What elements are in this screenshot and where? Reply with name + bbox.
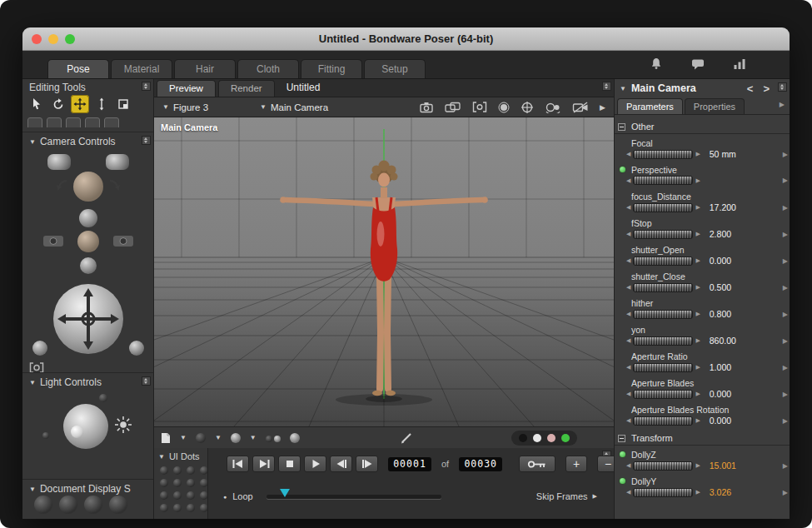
param-dial[interactable] [633, 336, 693, 346]
param-value[interactable]: 860.00 [710, 336, 736, 346]
twist-tool-button[interactable] [49, 95, 67, 113]
right-hand-camera-control[interactable] [106, 154, 129, 170]
dial-decrease-icon[interactable]: ◀ [626, 311, 630, 317]
right-camera-icon[interactable] [112, 234, 134, 248]
face-camera-icon[interactable] [419, 102, 434, 113]
dial-increase-icon[interactable]: ▶ [695, 231, 700, 237]
editing-tools-expand-icon[interactable] [142, 82, 151, 91]
dial-increase-icon[interactable]: ▶ [695, 417, 700, 424]
translate-tool-button[interactable] [71, 95, 89, 113]
param-menu-icon[interactable]: ▶ [783, 231, 788, 238]
ui-dot[interactable] [187, 491, 195, 500]
tab-setup[interactable]: Setup [364, 59, 426, 78]
aux-camera-control[interactable] [79, 209, 97, 227]
param-dial[interactable] [633, 176, 693, 185]
parameters-panel-header[interactable]: ▼Main Camera [620, 82, 696, 94]
display-style-sphere[interactable] [59, 496, 77, 514]
param-menu-icon[interactable]: ▶ [783, 364, 788, 371]
display-style-sphere[interactable] [84, 496, 102, 514]
total-frames-field[interactable]: 00030 [459, 457, 502, 471]
foreground-color-chip[interactable] [533, 434, 541, 442]
tool-icon[interactable] [27, 117, 42, 127]
param-value[interactable]: 1.000 [710, 362, 731, 372]
loop-bullet-icon[interactable]: ● [223, 494, 227, 500]
light-brightness-sun-icon[interactable] [114, 416, 132, 434]
ui-dot[interactable] [160, 466, 168, 475]
skip-frames-control[interactable]: Skip Frames▶ [536, 491, 597, 501]
minimize-window-icon[interactable] [48, 34, 58, 44]
background-color-chip[interactable] [519, 434, 527, 442]
dial-increase-icon[interactable]: ▶ [695, 284, 700, 291]
close-window-icon[interactable] [32, 34, 42, 44]
collapse-triangle-icon[interactable]: ▼ [29, 138, 36, 146]
tracking-mode-sphere[interactable] [196, 433, 206, 443]
dot-camera-icon[interactable] [498, 102, 510, 113]
rotate-left-arrow-icon[interactable] [56, 179, 69, 194]
shadow-toggle-sphere[interactable] [290, 433, 300, 443]
tab-preview[interactable]: Preview [157, 80, 216, 97]
next-frame-button[interactable] [356, 456, 378, 472]
param-dial[interactable] [633, 390, 693, 399]
go-to-end-button[interactable] [252, 456, 275, 472]
tool-icon[interactable] [104, 117, 119, 127]
stats-chart-icon[interactable] [733, 58, 746, 70]
collapse-box-icon[interactable] [618, 435, 625, 442]
param-dial[interactable] [633, 150, 693, 159]
param-value[interactable]: 0.500 [710, 282, 731, 292]
stop-button[interactable] [278, 456, 301, 472]
dropdown-icon[interactable]: ▼ [250, 434, 257, 441]
rotate-right-arrow-icon[interactable] [107, 179, 121, 194]
dial-decrease-icon[interactable]: ◀ [626, 462, 630, 469]
param-dial[interactable] [633, 310, 693, 319]
play-button[interactable] [304, 456, 326, 472]
param-value[interactable]: 15.001 [710, 461, 736, 471]
tab-fitting[interactable]: Fitting [301, 59, 362, 78]
sphere-pair[interactable] [266, 431, 281, 446]
previous-element-button[interactable]: < [747, 82, 754, 95]
more-cameras-icon[interactable]: ▶ [600, 103, 605, 112]
ui-dot[interactable] [200, 466, 208, 475]
collapse-triangle-icon[interactable]: ▼ [158, 453, 165, 461]
dial-increase-icon[interactable]: ▶ [695, 337, 700, 344]
light-dot-small[interactable] [42, 432, 49, 439]
collapse-triangle-icon[interactable]: ▼ [29, 379, 36, 386]
tab-cloth[interactable]: Cloth [237, 59, 299, 78]
document-expand-icon[interactable] [602, 82, 611, 91]
translate-y-tool-button[interactable] [92, 95, 111, 113]
dial-decrease-icon[interactable]: ◀ [626, 231, 630, 237]
dial-decrease-icon[interactable]: ◀ [626, 391, 630, 397]
collapse-triangle-icon[interactable]: ▼ [29, 486, 36, 493]
bracket-camera-icon[interactable] [472, 102, 487, 112]
dial-increase-icon[interactable]: ▶ [695, 257, 700, 264]
dial-decrease-icon[interactable]: ◀ [626, 489, 630, 496]
display-style-sphere[interactable] [109, 496, 127, 514]
dial-increase-icon[interactable]: ▶ [695, 151, 700, 157]
tool-icon[interactable] [47, 117, 62, 127]
param-value[interactable]: 0.000 [710, 416, 731, 426]
ui-dot[interactable] [187, 504, 195, 512]
ui-dot[interactable] [200, 479, 208, 487]
edit-pencil-icon[interactable] [400, 431, 413, 445]
go-to-start-button[interactable] [227, 456, 249, 472]
main-camera-control[interactable] [77, 231, 99, 252]
face-camera-control[interactable] [73, 172, 103, 202]
tab-hair[interactable]: Hair [174, 59, 236, 78]
param-menu-icon[interactable]: ▶ [783, 177, 788, 184]
param-menu-icon[interactable]: ▶ [783, 204, 788, 212]
dolly-camera-control[interactable] [80, 257, 97, 274]
ui-dot[interactable] [160, 479, 168, 487]
param-menu-icon[interactable]: ▶ [783, 489, 788, 496]
dial-decrease-icon[interactable]: ◀ [626, 151, 630, 157]
tab-pose[interactable]: Pose [47, 59, 109, 78]
camera-sphere-right[interactable] [129, 341, 144, 356]
param-menu-icon[interactable]: ▶ [783, 311, 788, 318]
notification-bell-icon[interactable] [650, 57, 663, 70]
dropdown-icon[interactable]: ▼ [215, 434, 222, 441]
light-indicator-dot[interactable] [99, 394, 107, 402]
timeline-scrub-marker[interactable] [280, 489, 290, 497]
timeline-scrub-track[interactable] [267, 495, 441, 499]
tab-render[interactable]: Render [218, 80, 275, 97]
ground-color-chip[interactable] [561, 434, 570, 442]
ui-dots-header[interactable]: ▼UI Dots [158, 451, 200, 461]
editing-tool-row-clipped[interactable] [27, 117, 119, 127]
